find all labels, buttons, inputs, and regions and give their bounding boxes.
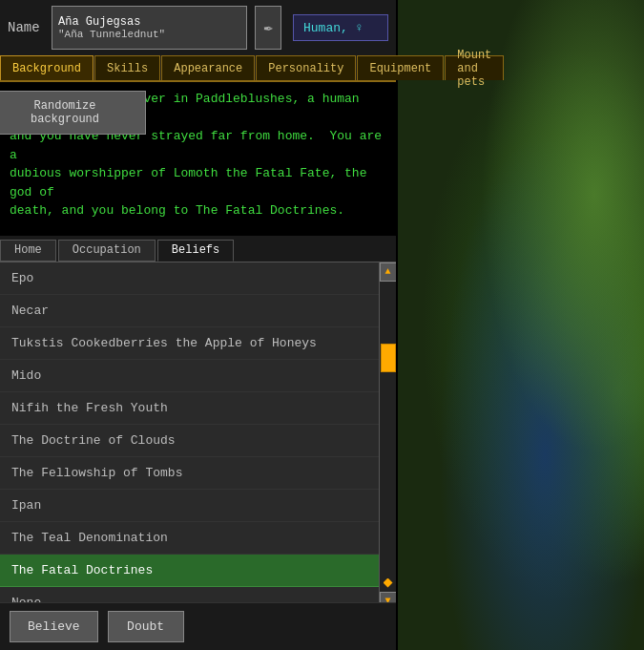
list-item[interactable]: Tukstis Cookedberries the Apple of Honey… [0,327,379,360]
sub-tab-occupation[interactable]: Occupation [58,240,156,262]
list-item[interactable]: Mido [0,360,379,392]
beliefs-list: Epo Necar Tukstis Cookedberries the Appl… [0,262,379,611]
randomize-background-button[interactable]: Randomize background [0,91,146,135]
list-item[interactable]: Nifih the Fresh Youth [0,392,379,425]
beliefs-list-container: Epo Necar Tukstis Cookedberries the Appl… [0,262,396,611]
list-item-selected[interactable]: The Fatal Doctrines [0,555,379,587]
tab-personality[interactable]: Personality [256,55,356,80]
list-item[interactable]: Ipan [0,490,379,522]
scroll-up-button[interactable]: ▲ [380,262,397,282]
sub-tab-home[interactable]: Home [0,240,56,262]
believe-button[interactable]: Believe [10,611,98,642]
sub-tab-bar: Home Occupation Beliefs [0,236,396,262]
tab-equipment[interactable]: Equipment [357,55,444,80]
sub-tab-beliefs[interactable]: Beliefs [157,240,234,262]
name-row: Name Aña Gujegsas "Aña Tunnelednut" ✒ Hu… [0,0,396,55]
doubt-button[interactable]: Doubt [108,611,184,642]
name-label: Name [8,20,44,35]
name-input[interactable]: Aña Gujegsas "Aña Tunnelednut" [52,6,247,50]
list-item[interactable]: Epo [0,262,379,295]
scroll-track[interactable] [380,282,396,592]
list-item[interactable]: The Fellowship of Tombs [0,457,379,490]
tab-appearance[interactable]: Appearance [161,55,255,80]
name-primary: Aña Gujegsas [58,15,240,29]
list-item[interactable]: The Doctrine of Clouds [0,425,379,457]
quill-icon[interactable]: ✒ [255,6,281,50]
race-display: Human, ♀ [293,14,388,41]
list-item[interactable]: Necar [0,295,379,327]
tab-skills[interactable]: Skills [94,55,160,80]
panel-divider [396,0,398,650]
list-item[interactable]: The Teal Denomination [0,522,379,555]
game-map [396,0,644,650]
tab-background[interactable]: Background [0,55,93,80]
ui-panel: Name Aña Gujegsas "Aña Tunnelednut" ✒ Hu… [0,0,396,650]
scroll-thumb[interactable] [381,344,396,372]
scroll-diamond-icon [384,578,393,588]
tab-bar: Background Skills Appearance Personality… [0,55,396,82]
bottom-action-bar: Believe Doubt [0,602,396,650]
scrollbar: ▲ ▼ [379,262,396,611]
name-nickname: "Aña Tunnelednut" [58,29,240,40]
tab-mount-and-pets[interactable]: Mount and pets [445,55,504,80]
